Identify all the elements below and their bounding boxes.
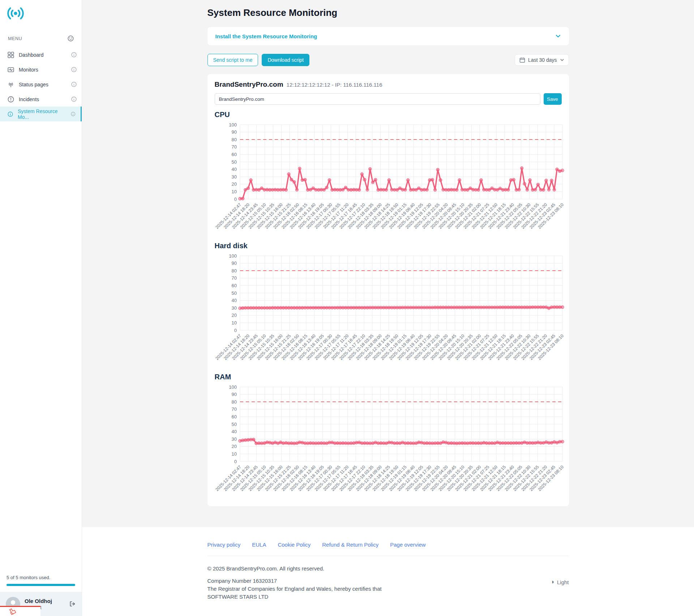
cookie-policy-link[interactable]: Cookie Policy <box>278 542 310 548</box>
app-root: MENU Dashboard Monitor <box>0 0 694 616</box>
company-info: Company Number 16320317 The Registrar of… <box>207 577 569 600</box>
chevron-down-icon <box>555 33 561 39</box>
svg-text:80: 80 <box>231 399 236 405</box>
monitor-name-input[interactable] <box>215 93 540 105</box>
svg-text:50: 50 <box>231 290 236 296</box>
sidebar-item-system-resource-monitoring[interactable]: System Resource Mo... <box>0 107 82 121</box>
cpu-chart-title: CPU <box>215 111 562 119</box>
svg-text:40: 40 <box>231 298 236 303</box>
logout-icon[interactable] <box>69 600 76 607</box>
svg-text:0: 0 <box>234 197 236 202</box>
install-accordion[interactable]: Install the System Resource Monitoring <box>207 27 569 45</box>
contrast-icon: ◑ <box>551 578 554 586</box>
svg-text:70: 70 <box>231 275 236 281</box>
theme-toggle[interactable]: ◑ Light <box>551 578 569 586</box>
debugbar-badge[interactable] <box>0 606 40 616</box>
svg-text:40: 40 <box>231 429 236 434</box>
ram-chart-section: RAM 01020304050607080901002025-12-14 02:… <box>215 373 562 502</box>
svg-text:50: 50 <box>231 159 236 165</box>
svg-text:0: 0 <box>234 328 236 333</box>
sidebar-item-label: Incidents <box>19 96 39 102</box>
company-number: Company Number 16320317 <box>207 577 569 585</box>
sidebar-item-label: Monitors <box>19 67 38 73</box>
sidebar-item-label: System Resource Mo... <box>18 108 61 120</box>
info-circle-icon <box>8 111 13 117</box>
monitor-meta: 12:12:12:12:12:12 - IP: 116.116.116.116 <box>287 82 382 88</box>
page-overview-link[interactable]: Page overview <box>390 542 425 548</box>
sidebar-item-label: Dashboard <box>19 52 44 58</box>
info-icon[interactable] <box>71 67 77 72</box>
menu-label: MENU <box>8 36 22 41</box>
registrar-line: The Registrar of Companies for England a… <box>207 585 569 593</box>
info-icon[interactable] <box>71 82 77 87</box>
calendar-icon <box>519 57 525 63</box>
broadcast-logo-icon <box>7 5 24 22</box>
refund-policy-link[interactable]: Refund & Return Policy <box>322 542 378 548</box>
svg-text:20: 20 <box>231 444 236 449</box>
cpu-chart: 01020304050607080901002025-12-14 02:4720… <box>215 120 567 240</box>
svg-text:10: 10 <box>231 189 236 194</box>
svg-text:70: 70 <box>231 144 236 150</box>
sidebar-item-dashboard[interactable]: Dashboard <box>0 47 82 62</box>
eula-link[interactable]: EULA <box>252 542 266 548</box>
menu-settings-icon[interactable] <box>68 35 74 42</box>
svg-text:30: 30 <box>231 305 236 311</box>
svg-text:60: 60 <box>231 414 236 419</box>
date-range-selector[interactable]: Last 30 days <box>515 54 569 66</box>
save-button[interactable]: Save <box>544 93 562 105</box>
hard-disk-chart-title: Hard disk <box>215 242 562 250</box>
toolbar: Send script to me Download script Last 3… <box>207 54 569 66</box>
monitors-usage-text: 5 of 5 monitors used. <box>0 575 82 580</box>
svg-text:40: 40 <box>231 167 236 172</box>
ram-chart-title: RAM <box>215 373 562 381</box>
info-icon[interactable] <box>71 52 77 57</box>
svg-text:50: 50 <box>231 422 236 427</box>
svg-text:0: 0 <box>234 459 236 464</box>
monitor-card: BrandSentryPro.com 12:12:12:12:12:12 - I… <box>207 74 569 506</box>
alert-circle-icon <box>8 96 14 103</box>
svg-text:20: 20 <box>231 181 236 187</box>
svg-text:80: 80 <box>231 268 236 273</box>
download-script-button[interactable]: Download script <box>262 54 309 66</box>
menu-header: MENU <box>0 35 82 47</box>
chevron-down-icon <box>560 58 564 62</box>
monitors-usage-progressbar <box>7 584 75 586</box>
install-accordion-title: Install the System Resource Monitoring <box>215 33 317 39</box>
company-name: SOFTWARE STARS LTD <box>207 593 569 601</box>
svg-text:100: 100 <box>229 122 237 128</box>
send-script-button[interactable]: Send script to me <box>207 54 258 66</box>
svg-text:10: 10 <box>231 320 236 326</box>
hard-disk-chart-section: Hard disk 01020304050607080901002025-12-… <box>215 242 562 371</box>
monitor-card-header: BrandSentryPro.com 12:12:12:12:12:12 - I… <box>215 81 562 89</box>
svg-text:70: 70 <box>231 406 236 412</box>
theme-label: Light <box>557 579 569 585</box>
hard-disk-chart: 01020304050607080901002025-12-14 02:4720… <box>215 251 567 371</box>
broadcast-icon <box>8 81 14 88</box>
laravel-icon <box>9 608 17 616</box>
footer: Privacy policy EULA Cookie Policy Refund… <box>82 527 694 616</box>
svg-text:80: 80 <box>231 137 236 142</box>
date-range-label: Last 30 days <box>528 57 557 63</box>
svg-text:100: 100 <box>229 253 237 259</box>
svg-text:20: 20 <box>231 313 236 318</box>
svg-text:10: 10 <box>231 451 236 457</box>
svg-text:30: 30 <box>231 436 236 442</box>
monitor-pulse-icon <box>8 66 14 73</box>
sidebar-item-monitors[interactable]: Monitors <box>0 62 82 77</box>
sidebar: MENU Dashboard Monitor <box>0 0 82 616</box>
info-icon[interactable] <box>71 96 77 102</box>
privacy-policy-link[interactable]: Privacy policy <box>207 542 241 548</box>
page-title: System Resource Monitoring <box>207 7 569 18</box>
svg-text:90: 90 <box>231 260 236 266</box>
main-area: System Resource Monitoring Install the S… <box>82 0 694 616</box>
app-logo[interactable] <box>0 0 82 35</box>
ram-chart: 01020304050607080901002025-12-14 02:4720… <box>215 382 567 502</box>
grid-icon <box>8 52 14 58</box>
sidebar-item-incidents[interactable]: Incidents <box>0 92 82 107</box>
copyright-text: © 2025 BrandSentryPro.com. All rights re… <box>207 565 569 572</box>
sidebar-item-status-pages[interactable]: Status pages <box>0 77 82 92</box>
svg-text:100: 100 <box>229 384 237 390</box>
user-name: Ole Oldhoj <box>25 598 52 604</box>
info-icon[interactable] <box>71 111 76 117</box>
svg-text:30: 30 <box>231 174 236 180</box>
